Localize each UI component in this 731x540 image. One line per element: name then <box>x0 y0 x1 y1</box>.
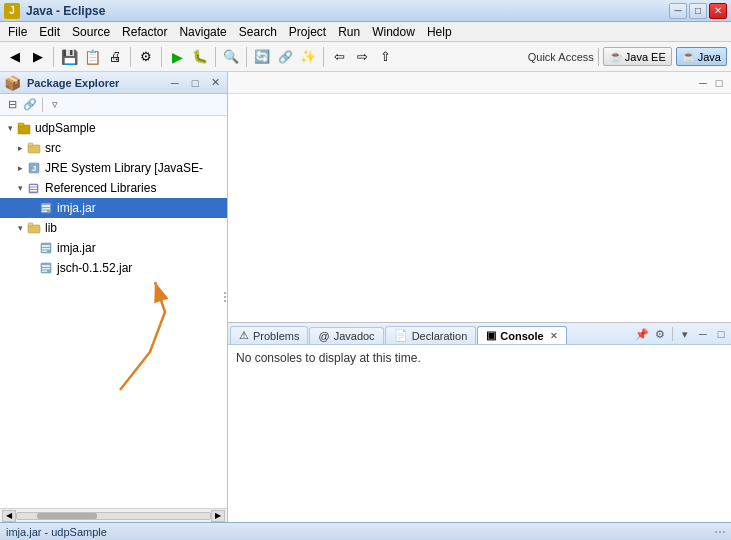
menu-help[interactable]: Help <box>421 24 458 40</box>
panel-toolbar-sep <box>42 98 43 112</box>
svg-rect-18 <box>42 248 50 250</box>
menu-refactor[interactable]: Refactor <box>116 24 173 40</box>
horizontal-scrollbar[interactable]: ◀ ▶ <box>0 508 227 522</box>
reflibs-icon <box>26 180 42 196</box>
status-bar-right <box>715 523 725 540</box>
menu-window[interactable]: Window <box>366 24 421 40</box>
tab-min-btn[interactable]: ─ <box>695 326 711 342</box>
tree-arrow-udpsample: ▾ <box>4 122 16 134</box>
link-editor-btn[interactable]: 🔗 <box>22 97 38 113</box>
tree-arrow-lib-jsch <box>26 262 38 274</box>
edge-dot <box>224 296 226 298</box>
tree-item-lib-jsch[interactable]: jsch-0.1.52.jar <box>0 258 227 278</box>
panel-minimize-btn[interactable]: ─ <box>167 75 183 91</box>
tree-item-lib[interactable]: ▾ lib <box>0 218 227 238</box>
view-menu-btn[interactable]: ▿ <box>47 97 63 113</box>
tree-item-jre[interactable]: ▸ J JRE System Library [JavaSE- <box>0 158 227 178</box>
toolbar-search[interactable]: 🔍 <box>220 46 242 68</box>
editor-min-btn[interactable]: ─ <box>695 75 711 91</box>
toolbar-settings[interactable]: ⚙ <box>135 46 157 68</box>
collapse-all-btn[interactable]: ⊟ <box>4 97 20 113</box>
toolbar-refresh[interactable]: 🔄 <box>251 46 273 68</box>
close-button[interactable]: ✕ <box>709 3 727 19</box>
jar-icon-lib-imja <box>38 240 54 256</box>
toolbar-nav-next[interactable]: ⇨ <box>351 46 373 68</box>
perspective-javaee[interactable]: ☕ Java EE <box>603 47 672 66</box>
toolbar-link[interactable]: 🔗 <box>274 46 296 68</box>
maximize-button[interactable]: □ <box>689 3 707 19</box>
tree-item-imja-ref[interactable]: imja.jar <box>0 198 227 218</box>
scroll-track[interactable] <box>16 512 211 520</box>
svg-rect-15 <box>28 223 33 226</box>
editor-header: ─ □ <box>228 72 731 94</box>
toolbar-back[interactable]: ◀ <box>4 46 26 68</box>
tab-problems[interactable]: ⚠ Problems <box>230 326 308 344</box>
status-dot <box>719 531 721 533</box>
tab-dropdown-btn[interactable]: ▾ <box>677 326 693 342</box>
svg-rect-1 <box>18 123 24 126</box>
toolbar-sep-6 <box>323 47 324 67</box>
java-label: Java <box>698 51 721 63</box>
svg-rect-22 <box>42 268 50 270</box>
toolbar-save[interactable]: 💾 <box>58 46 80 68</box>
javaee-icon: ☕ <box>609 50 623 63</box>
tab-console[interactable]: ▣ Console ✕ <box>477 326 566 344</box>
tab-declaration[interactable]: 📄 Declaration <box>385 326 477 344</box>
package-explorer-header: 📦 Package Explorer ─ □ ✕ <box>0 72 227 94</box>
tree-label-reflibs: Referenced Libraries <box>45 181 156 195</box>
quick-access-sep <box>598 48 599 66</box>
tree-arrow-src: ▸ <box>14 142 26 154</box>
scroll-left-btn[interactable]: ◀ <box>2 510 16 522</box>
svg-rect-11 <box>42 205 50 207</box>
toolbar-new[interactable]: ✨ <box>297 46 319 68</box>
console-content: No consoles to display at this time. <box>228 345 731 522</box>
toolbar-save-all[interactable]: 📋 <box>81 46 103 68</box>
toolbar-debug[interactable]: 🐛 <box>189 46 211 68</box>
toolbar-run[interactable]: ▶ <box>166 46 188 68</box>
toolbar-sep-3 <box>161 47 162 67</box>
panel-maximize-btn[interactable]: □ <box>187 75 203 91</box>
console-label: Console <box>500 330 543 342</box>
menu-source[interactable]: Source <box>66 24 116 40</box>
menu-navigate[interactable]: Navigate <box>173 24 232 40</box>
window-controls: ─ □ ✕ <box>669 3 727 19</box>
svg-rect-19 <box>42 251 47 253</box>
src-folder-icon <box>26 140 42 156</box>
menu-search[interactable]: Search <box>233 24 283 40</box>
menu-project[interactable]: Project <box>283 24 332 40</box>
tree-arrow-lib-imja <box>26 242 38 254</box>
tab-max-btn[interactable]: □ <box>713 326 729 342</box>
tree-arrow-reflibs: ▾ <box>14 182 26 194</box>
toolbar-nav-prev[interactable]: ⇦ <box>328 46 350 68</box>
scroll-thumb[interactable] <box>37 513 97 519</box>
quick-access-area: Quick Access ☕ Java EE ☕ Java <box>528 47 727 66</box>
svg-rect-17 <box>42 245 50 247</box>
menu-edit[interactable]: Edit <box>33 24 66 40</box>
tree-item-src[interactable]: ▸ src <box>0 138 227 158</box>
menu-run[interactable]: Run <box>332 24 366 40</box>
perspective-java[interactable]: ☕ Java <box>676 47 727 66</box>
toolbar-print[interactable]: 🖨 <box>104 46 126 68</box>
toolbar-up[interactable]: ⇧ <box>374 46 396 68</box>
tree-item-udpsample[interactable]: ▾ udpSample <box>0 118 227 138</box>
minimize-button[interactable]: ─ <box>669 3 687 19</box>
panel-close-btn[interactable]: ✕ <box>207 75 223 91</box>
editor-max-btn[interactable]: □ <box>711 75 727 91</box>
tab-sync-btn[interactable]: ⚙ <box>652 326 668 342</box>
problems-icon: ⚠ <box>239 329 249 342</box>
tree-item-lib-imja[interactable]: imja.jar <box>0 238 227 258</box>
tree-view[interactable]: ▾ udpSample ▸ <box>0 116 227 508</box>
declaration-icon: 📄 <box>394 329 408 342</box>
window-title: Java - Eclipse <box>26 4 105 18</box>
bottom-tabs: ⚠ Problems @ Javadoc 📄 Declaration ▣ Con… <box>228 322 731 522</box>
toolbar-forward[interactable]: ▶ <box>27 46 49 68</box>
tree-item-reflibs[interactable]: ▾ Referenced Libraries <box>0 178 227 198</box>
edge-dot <box>224 292 226 294</box>
svg-rect-23 <box>42 271 47 273</box>
tab-javadoc[interactable]: @ Javadoc <box>309 327 383 344</box>
tab-pin-btn[interactable]: 📌 <box>634 326 650 342</box>
menu-file[interactable]: File <box>2 24 33 40</box>
svg-rect-9 <box>30 190 37 192</box>
status-bar: imja.jar - udpSample <box>0 522 731 540</box>
console-close-icon[interactable]: ✕ <box>550 331 558 341</box>
